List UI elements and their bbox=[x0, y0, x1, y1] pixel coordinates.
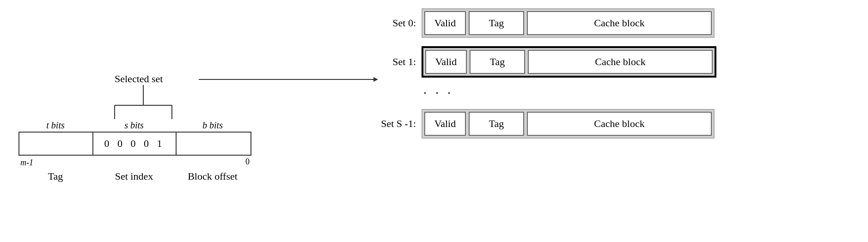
t-bits-label: t bits bbox=[18, 120, 92, 131]
diagram: Set 0: Valid Tag Cache block Set 1: Vali… bbox=[0, 0, 868, 242]
addr-s-field: 0 0 0 0 1 bbox=[93, 133, 177, 155]
set-last-label: Set S -1: bbox=[379, 118, 416, 130]
set-last-box: Valid Tag Cache block bbox=[422, 109, 715, 139]
selected-set-annotation: Selected set bbox=[115, 73, 163, 85]
cache-set-row-1: Set 1: Valid Tag Cache block bbox=[379, 46, 716, 78]
set-1-valid: Valid bbox=[425, 50, 467, 74]
zero-label: 0 bbox=[245, 157, 250, 167]
set-last-valid: Valid bbox=[424, 112, 466, 136]
set-0-box: Valid Tag Cache block bbox=[422, 8, 715, 38]
set-last-block: Cache block bbox=[527, 112, 712, 136]
blockoffset-bottom-label: Block offset bbox=[176, 170, 250, 182]
bits-label-row: t bits s bits b bits bbox=[18, 120, 250, 131]
addr-t-field bbox=[19, 133, 93, 155]
cache-set-row-last: Set S -1: Valid Tag Cache block bbox=[379, 109, 716, 139]
set-1-block: Cache block bbox=[528, 50, 713, 74]
cache-set-row-0: Set 0: Valid Tag Cache block bbox=[379, 8, 716, 38]
set-0-label: Set 0: bbox=[379, 17, 416, 29]
set-0-valid: Valid bbox=[424, 11, 466, 35]
set-1-label: Set 1: bbox=[379, 56, 416, 68]
s-bits-label: s bits bbox=[92, 120, 176, 131]
m1-label: m-1 bbox=[20, 158, 33, 168]
b-bits-label: b bits bbox=[176, 120, 250, 131]
address-box: 0 0 0 0 1 m-1 0 bbox=[18, 132, 251, 156]
setindex-bottom-label: Set index bbox=[92, 170, 176, 182]
bottom-labels: Tag Set index Block offset bbox=[18, 170, 250, 182]
svg-marker-6 bbox=[373, 77, 378, 82]
set-last-tag: Tag bbox=[469, 112, 524, 136]
set-0-tag: Tag bbox=[469, 11, 524, 35]
set-1-box: Valid Tag Cache block bbox=[422, 46, 716, 78]
address-section: t bits s bits b bits 0 0 0 0 1 m-1 0 Tag… bbox=[18, 120, 251, 182]
dots-row: · · · bbox=[379, 86, 716, 101]
tag-bottom-label: Tag bbox=[18, 170, 92, 182]
set-0-block: Cache block bbox=[527, 11, 712, 35]
cache-section: Set 0: Valid Tag Cache block Set 1: Vali… bbox=[379, 8, 716, 147]
dots: · · · bbox=[423, 86, 453, 101]
set-1-tag: Tag bbox=[470, 50, 525, 74]
addr-b-field bbox=[177, 133, 251, 155]
